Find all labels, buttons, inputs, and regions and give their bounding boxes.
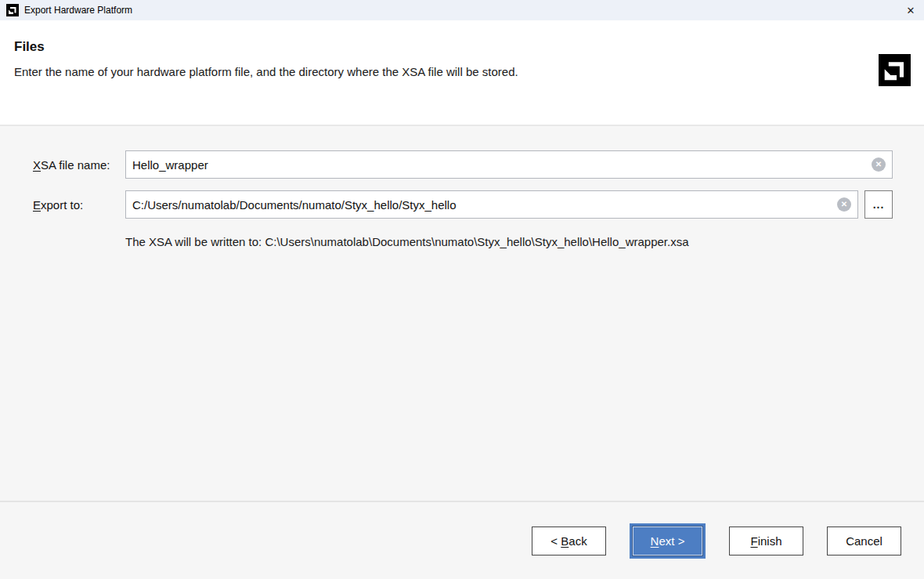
cancel-button[interactable]: Cancel (827, 527, 901, 555)
output-path-note: The XSA will be written to: C:\Users\num… (125, 235, 893, 248)
browse-button[interactable]: ... (864, 190, 893, 219)
xilinx-logo (879, 54, 911, 86)
export-to-input[interactable] (125, 190, 858, 219)
export-hardware-platform-dialog: Export Hardware Platform ✕ Files Enter t… (0, 0, 924, 579)
window-title: Export Hardware Platform (24, 5, 897, 16)
xsa-file-name-row: XSA file name: ✕ (33, 150, 893, 179)
ellipsis-icon: ... (873, 198, 885, 211)
export-to-label: Export to: (33, 198, 125, 212)
back-button[interactable]: < Back (532, 527, 606, 555)
clear-export-path-button[interactable]: ✕ (837, 197, 851, 212)
wizard-header: Files Enter the name of your hardware pl… (0, 20, 924, 126)
export-to-row: Export to: ✕ ... (33, 190, 893, 219)
close-icon: ✕ (907, 5, 915, 16)
titlebar: Export Hardware Platform ✕ (0, 0, 924, 20)
finish-button[interactable]: Finish (729, 527, 803, 555)
xsa-file-name-input[interactable] (125, 150, 893, 179)
wizard-footer: < Back Next > Finish Cancel (0, 502, 924, 579)
wizard-body: XSA file name: ✕ Export to: ✕ ... The XS… (0, 126, 924, 502)
xilinx-logo-icon (6, 4, 19, 16)
close-button[interactable]: ✕ (897, 0, 924, 20)
next-button[interactable]: Next > (633, 527, 702, 555)
clear-icon: ✕ (841, 201, 847, 208)
page-title: Files (14, 39, 910, 55)
export-to-input-wrap: ✕ (125, 190, 858, 219)
clear-icon: ✕ (875, 161, 882, 168)
xsa-file-name-label: XSA file name: (33, 158, 125, 172)
page-description: Enter the name of your hardware platform… (14, 65, 910, 78)
clear-xsa-name-button[interactable]: ✕ (872, 157, 886, 172)
xsa-file-name-input-wrap: ✕ (125, 150, 893, 179)
